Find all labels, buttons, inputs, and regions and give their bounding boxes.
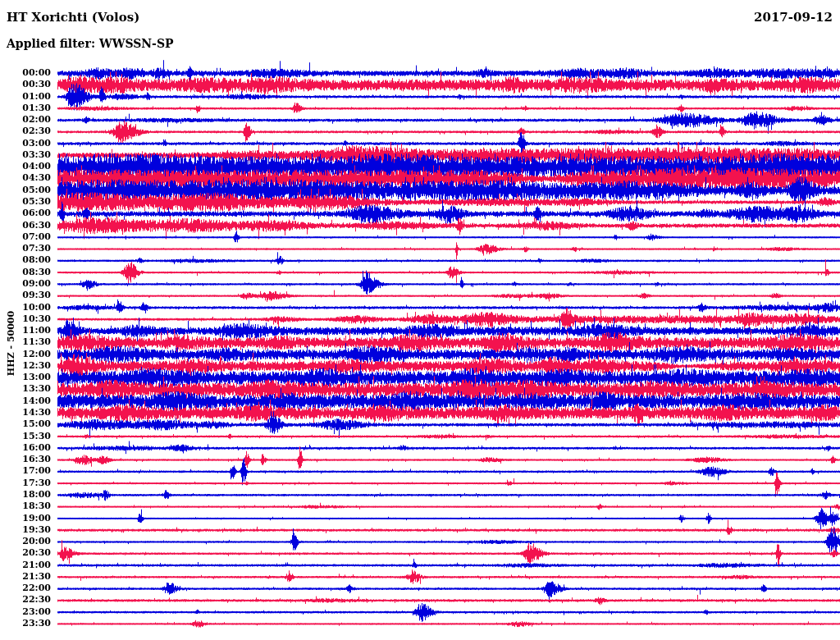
time-label: 02:30 [0,126,51,137]
time-label: 04:30 [0,172,51,184]
time-label: 16:00 [0,442,51,454]
time-label: 02:00 [0,114,51,126]
applied-filter-label: Applied filter: WWSSN-SP [7,37,174,50]
time-label: 13:30 [0,383,51,395]
time-label: 09:30 [0,290,51,301]
time-label: 00:30 [0,79,51,90]
time-label: 22:30 [0,594,51,606]
time-label: 18:30 [0,501,51,512]
time-label: 10:30 [0,313,51,325]
time-label: 06:30 [0,220,51,231]
time-label: 08:00 [0,254,51,266]
time-label: 05:30 [0,196,51,208]
time-label: 10:00 [0,302,51,313]
time-label: 21:30 [0,571,51,583]
time-label: 03:00 [0,138,51,149]
time-label: 17:00 [0,465,51,477]
time-label: 17:30 [0,478,51,489]
time-label: 13:00 [0,372,51,383]
time-label: 12:00 [0,349,51,360]
helicorder-page: HT Xorichti (Volos) 2017-09-12 Applied f… [0,0,840,640]
time-label: 01:30 [0,103,51,114]
time-label: 15:00 [0,418,51,430]
time-label: 09:00 [0,278,51,290]
time-label: 07:30 [0,243,51,254]
time-label: 20:30 [0,547,51,559]
time-label: 11:30 [0,336,51,348]
time-label: 08:30 [0,267,51,278]
time-label: 22:00 [0,583,51,594]
time-label: 00:00 [0,67,51,79]
time-label: 14:00 [0,395,51,407]
time-label: 16:30 [0,454,51,465]
time-label: 01:00 [0,91,51,103]
plot-date: 2017-09-12 [754,10,833,25]
time-label: 23:00 [0,606,51,618]
time-label: 06:00 [0,208,51,219]
time-label: 15:30 [0,431,51,442]
helicorder-canvas [0,0,840,640]
time-label: 19:30 [0,524,51,536]
time-label: 12:30 [0,360,51,372]
time-label: 18:00 [0,489,51,501]
time-label: 05:00 [0,185,51,196]
time-label: 11:00 [0,325,51,336]
time-label: 19:00 [0,513,51,524]
time-label: 04:00 [0,161,51,172]
time-label: 23:30 [0,618,51,629]
time-label: 07:00 [0,231,51,243]
time-label: 21:00 [0,560,51,571]
time-label: 20:00 [0,536,51,547]
station-title: HT Xorichti (Volos) [7,10,139,25]
time-label: 03:30 [0,149,51,161]
time-label: 14:30 [0,407,51,418]
